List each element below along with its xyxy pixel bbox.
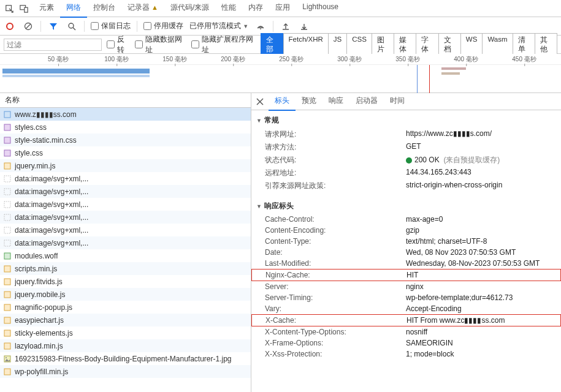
- data-file-icon: [4, 188, 11, 195]
- request-name: easypiechart.js: [15, 316, 64, 325]
- kv-value: 200 OK (来自预提取缓存): [406, 155, 561, 165]
- timeline-tick: 350 毫秒: [395, 55, 419, 64]
- chip-字体[interactable]: 字体: [416, 33, 438, 56]
- chip-JS[interactable]: JS: [328, 33, 347, 56]
- invert-checkbox[interactable]: 反转: [107, 34, 130, 55]
- request-row[interactable]: jquery.fitvids.js: [0, 275, 251, 288]
- request-row[interactable]: data:image/svg+xml,...: [0, 172, 251, 185]
- response-headers-section-header[interactable]: ▼响应标头: [251, 198, 561, 214]
- chip-全部[interactable]: 全部: [261, 33, 283, 56]
- request-name: jquery.fitvids.js: [15, 277, 63, 286]
- chip-清单[interactable]: 清单: [513, 33, 535, 56]
- chip-Fetch/XHR[interactable]: Fetch/XHR: [283, 33, 329, 56]
- chip-CSS[interactable]: CSS: [346, 33, 372, 56]
- request-row[interactable]: data:image/svg+xml,...: [0, 211, 251, 224]
- request-row[interactable]: jquery.min.js: [0, 159, 251, 172]
- kv-value: Accept-Encoding: [406, 304, 561, 313]
- kv-value: HIT From www.zc▮▮▮▮ss.com: [406, 316, 560, 325]
- timeline-tick: 100 毫秒: [104, 55, 128, 64]
- chip-WS[interactable]: WS: [460, 33, 483, 56]
- chip-文档[interactable]: 文档: [438, 33, 461, 56]
- request-row[interactable]: data:image/svg+xml,...: [0, 198, 251, 211]
- detail-tab-响应[interactable]: 响应: [322, 93, 349, 111]
- tab-控制台[interactable]: 控制台: [87, 0, 121, 18]
- request-row[interactable]: jquery.mobile.js: [0, 288, 251, 301]
- general-title: 常规: [264, 115, 279, 126]
- kv-value: Wed, 08 Nov 2023 07:50:53 GMT: [406, 248, 561, 257]
- kv-header: X-Content-Type-Options:nosniff: [251, 326, 561, 337]
- kv-key: 远程地址:: [265, 168, 406, 178]
- svg-point-6: [69, 23, 74, 28]
- tab-源代码/来源[interactable]: 源代码/来源: [164, 0, 215, 18]
- svg-rect-19: [4, 240, 10, 246]
- request-row[interactable]: easypiechart.js: [0, 314, 251, 326]
- request-row[interactable]: modules.woff: [0, 249, 251, 262]
- timeline-overview[interactable]: 50 毫秒100 毫秒150 毫秒200 毫秒250 毫秒300 毫秒350 毫…: [0, 54, 561, 93]
- detail-tab-预览[interactable]: 预览: [296, 93, 322, 111]
- inspect-icon[interactable]: [2, 2, 16, 15]
- disable-cache-checkbox[interactable]: 停用缓存: [143, 21, 183, 31]
- request-name: jquery.min.js: [15, 162, 55, 170]
- request-row[interactable]: data:image/svg+xml,...: [0, 236, 251, 249]
- request-row[interactable]: sticky-elements.js: [0, 326, 251, 339]
- kv-value: https://www.zc▮▮▮▮s.com/: [406, 129, 561, 140]
- timeline-tick: 300 毫秒: [337, 55, 361, 64]
- timeline-tick: 50 毫秒: [48, 55, 69, 64]
- tab-应用[interactable]: 应用: [269, 0, 296, 18]
- chip-Wasm[interactable]: Wasm: [482, 33, 513, 56]
- js-file-icon: [4, 278, 11, 285]
- svg-rect-18: [4, 227, 10, 233]
- request-row[interactable]: styles.css: [0, 121, 251, 134]
- kv-key: X-Content-Type-Options:: [265, 328, 406, 336]
- kv-key: Server-Timing:: [265, 293, 406, 302]
- hide-ext-urls-checkbox[interactable]: 隐藏扩展程序网址: [191, 34, 256, 55]
- kv-value: SAMEORIGIN: [406, 339, 561, 347]
- hide-data-urls-checkbox[interactable]: 隐藏数据网址: [135, 34, 186, 55]
- request-row[interactable]: lazyload.min.js: [0, 339, 251, 352]
- column-header-name[interactable]: 名称: [0, 93, 251, 108]
- tab-网络[interactable]: 网络: [60, 0, 87, 18]
- request-row[interactable]: style-static.min.css: [0, 134, 251, 146]
- request-row[interactable]: data:image/svg+xml,...: [0, 185, 251, 198]
- request-row[interactable]: www.z▮▮▮▮ss.com: [0, 108, 251, 121]
- close-icon[interactable]: [254, 96, 266, 108]
- kv-key: 请求方法:: [265, 142, 406, 153]
- request-row[interactable]: data:image/svg+xml,...: [0, 224, 251, 236]
- chip-图片[interactable]: 图片: [372, 33, 394, 56]
- filter-row: 反转 隐藏数据网址 隐藏扩展程序网址 全部Fetch/XHRJSCSS图片媒体字…: [0, 36, 561, 54]
- svg-rect-16: [4, 202, 10, 208]
- chip-媒体[interactable]: 媒体: [394, 33, 416, 56]
- svg-rect-25: [4, 317, 10, 323]
- general-section-header[interactable]: ▼常规: [251, 113, 561, 128]
- detail-tab-启动器[interactable]: 启动器: [349, 93, 384, 111]
- request-name: scripts.min.js: [15, 265, 57, 273]
- request-row[interactable]: wp-polyfill.min.js: [0, 365, 251, 378]
- export-har-icon[interactable]: [298, 20, 310, 32]
- search-icon[interactable]: [66, 20, 78, 32]
- import-har-icon[interactable]: [280, 20, 292, 32]
- request-row[interactable]: 1692315983-Fitness-Body-Building-Equipme…: [0, 352, 251, 365]
- tab-元素[interactable]: 元素: [33, 0, 60, 18]
- request-row[interactable]: style.css: [0, 146, 251, 159]
- detail-tab-时间[interactable]: 时间: [384, 93, 411, 111]
- tab-Lighthouse[interactable]: Lighthouse: [296, 0, 345, 18]
- kv-header: X-Cache:HIT From www.zc▮▮▮▮ss.com: [251, 314, 561, 326]
- kv-header: Nginx-Cache:HIT: [251, 269, 561, 281]
- throttling-select[interactable]: 已停用节流模式 ▼: [189, 21, 248, 31]
- clear-icon[interactable]: [22, 20, 34, 32]
- request-row[interactable]: magnific-popup.js: [0, 301, 251, 314]
- chip-其他[interactable]: 其他: [535, 33, 557, 56]
- data-file-icon: [4, 227, 11, 234]
- network-conditions-icon[interactable]: [254, 20, 267, 32]
- tab-性能[interactable]: 性能: [215, 0, 242, 18]
- detail-tab-标头[interactable]: 标头: [269, 93, 296, 111]
- request-row[interactable]: scripts.min.js: [0, 262, 251, 275]
- record-icon[interactable]: [4, 20, 16, 32]
- preserve-log-checkbox[interactable]: 保留日志: [91, 21, 131, 31]
- tab-内存[interactable]: 内存: [242, 0, 269, 18]
- filter-icon[interactable]: [47, 20, 59, 32]
- svg-point-8: [260, 28, 261, 29]
- tab-记录器[interactable]: 记录器 ▲: [121, 0, 164, 18]
- device-toggle-icon[interactable]: [17, 2, 31, 15]
- filter-input[interactable]: [4, 39, 102, 51]
